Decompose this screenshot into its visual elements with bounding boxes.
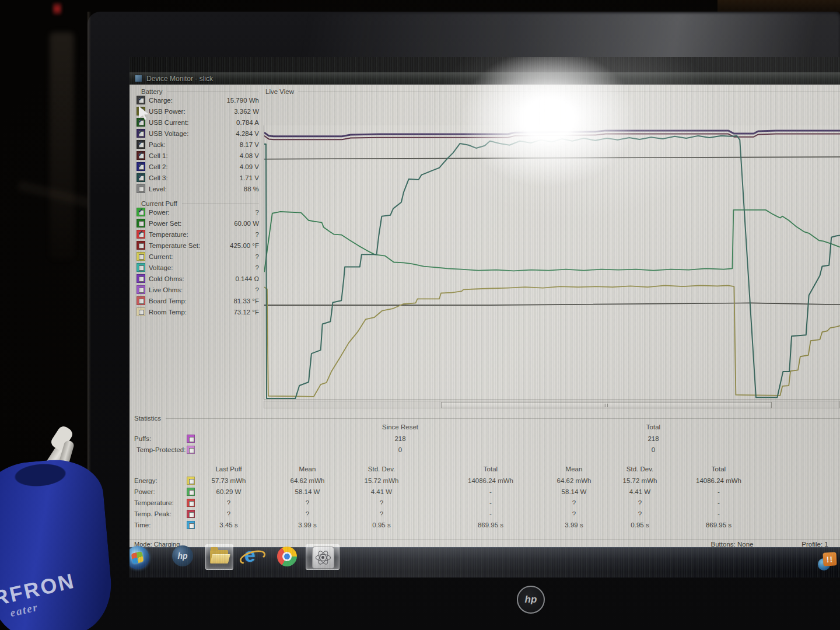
stats-value-energy-col1: 64.62 mWh [290,477,325,484]
stats-counter-puffs-total: 218 [648,435,659,442]
stats-column-header-1-mean: Mean [299,466,316,473]
stats-value-power-col4: 58.14 W [562,488,587,495]
stats-value-power-col6: - [718,488,720,495]
hp-logo-text: hp [525,594,537,606]
taskbar-item-explorer[interactable] [205,544,233,570]
pen-cup: RFRON eater [0,429,125,630]
stats-checkbox-temp-peak[interactable] [187,510,195,518]
stats-value-energy-col2: 15.72 mWh [365,477,399,484]
stats-row-label-temperature: Temperature: [134,499,174,506]
hp-bezel-logo: hp [517,586,545,614]
monitor-screen: Device Monitor - slick Battery Current P… [130,57,840,578]
stats-counter-label-temp-protected: Temp-Protected: [136,446,186,453]
taskbar: hp e !! [130,547,840,578]
stats-value-power-col5: 4.41 W [629,488,650,495]
statistics-area: Since ResetTotalPuffs:218218Temp-Protect… [130,57,840,540]
stats-value-time-col2: 0.95 s [372,522,390,528]
stats-column-header-2-std-dev: Std. Dev. [368,466,395,473]
stats-value-temp-peak-col1: ? [306,510,309,517]
stats-checkbox-temperature[interactable] [187,499,195,507]
stats-row-label-temp-peak: Temp. Peak: [134,510,172,517]
stats-value-power-col3: - [489,488,492,495]
stats-column-header-0-last-puff: Last Puff [215,466,242,473]
folder-icon [210,550,228,564]
stats-value-time-col5: 0.95 s [631,522,649,528]
background-object [50,32,74,260]
red-led-glow [52,2,62,15]
stats-value-temperature-col5: ? [638,499,642,506]
stats-value-time-col6: 869.95 s [706,522,732,528]
stats-checkbox-temp-protected[interactable] [187,446,195,454]
stats-value-temperature-col0: ? [227,499,230,506]
stats-value-energy-col6: 14086.24 mWh [696,477,741,484]
stats-group-since-reset: Since Reset [382,424,418,430]
stats-value-power-col1: 58.14 W [295,488,320,495]
stats-value-time-col1: 3.99 s [298,522,316,528]
taskbar-item-hp[interactable]: hp [170,544,197,569]
stats-counter-label-puffs: Puffs: [134,435,151,442]
stats-value-temperature-col4: ? [572,499,576,506]
atom-icon [316,550,330,564]
stats-column-header-6-total: Total [712,466,726,473]
stats-column-header-3-total: Total [484,466,498,473]
stats-column-header-4-mean: Mean [566,466,583,473]
stats-value-energy-col0: 57.73 mWh [212,477,246,484]
stats-counter-temp-protected-total: 0 [652,446,655,453]
stats-value-temperature-col2: ? [380,499,383,506]
stats-value-temp-peak-col3: - [489,510,492,517]
stats-value-temp-peak-col5: ? [638,510,642,517]
stats-value-power-col2: 4.41 W [371,488,392,495]
stats-value-temp-peak-col2: ? [380,510,383,517]
stats-value-temperature-col6: - [718,499,720,506]
status-bar: Mode: Charging Buttons: None Profile: 1 [130,540,840,548]
notification-area[interactable]: !! [818,552,840,573]
stats-value-energy-col5: 15.72 mWh [623,477,657,484]
chrome-icon [277,547,297,566]
stats-checkbox-time[interactable] [187,521,195,529]
bezel-reflection [245,13,840,63]
start-button[interactable] [130,544,155,569]
hp-icon: hp [172,545,193,566]
taskbar-item-chrome[interactable] [274,544,301,569]
stats-value-time-col3: 869.95 s [478,522,503,528]
stats-checkbox-energy[interactable] [187,477,195,485]
stats-value-temperature-col3: - [489,499,492,506]
stats-value-energy-col3: 14086.24 mWh [468,477,513,484]
stats-row-label-energy: Energy: [134,477,158,484]
stats-counter-puffs-since-reset: 218 [394,435,405,442]
taskbar-item-escribe[interactable] [306,544,340,570]
stats-value-temp-peak-col4: ? [572,510,576,517]
stats-column-header-5-std-dev: Std. Dev. [626,466,653,473]
stats-value-time-col4: 3.99 s [565,522,583,528]
stats-row-label-time: Time: [134,522,150,528]
stats-value-temperature-col1: ? [306,499,309,506]
stats-checkbox-puffs[interactable] [187,435,195,443]
stats-value-energy-col4: 64.62 mWh [557,477,592,484]
stats-checkbox-power[interactable] [187,488,195,496]
stats-group-total: Total [646,424,660,430]
escribe-icon [312,547,334,569]
stats-counter-temp-protected-since-reset: 0 [398,446,402,453]
stats-value-temp-peak-col0: ? [227,510,230,517]
alert-badge-icon: !! [822,552,836,566]
stats-value-temp-peak-col6: - [718,510,720,517]
stats-value-power-col0: 60.29 W [216,488,242,495]
taskbar-item-internet-explorer[interactable]: e [239,544,266,569]
windows-start-icon [130,546,149,569]
photo-background: hp Device Monitor - slick Battery Curren… [0,0,840,630]
stats-value-time-col0: 3.45 s [219,522,237,528]
stats-row-label-power: Power: [134,488,155,495]
